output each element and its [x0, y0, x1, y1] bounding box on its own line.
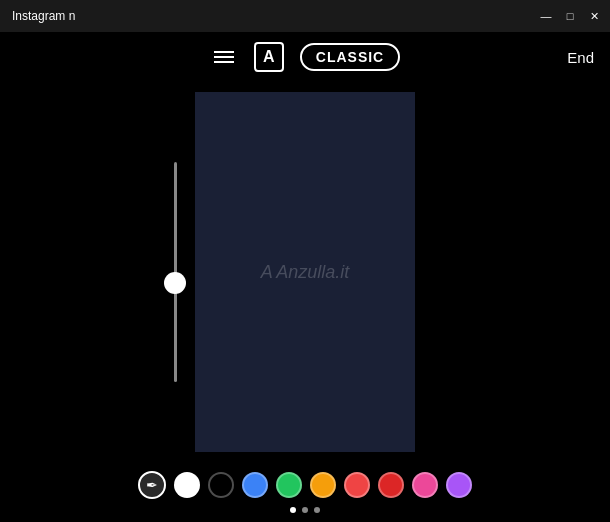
pagination-dots: [290, 507, 320, 513]
pagination-dot-2: [302, 507, 308, 513]
color-swatch-white[interactable]: [174, 472, 200, 498]
eyedropper-icon: ✒: [146, 477, 158, 493]
minimize-button[interactable]: —: [538, 8, 554, 24]
end-button[interactable]: End: [567, 49, 594, 66]
color-swatch-red[interactable]: [378, 472, 404, 498]
menu-line-2: [214, 56, 234, 58]
story-frame[interactable]: A Anzulla.it: [195, 92, 415, 452]
color-swatch-yellow[interactable]: [310, 472, 336, 498]
pagination-dot-3: [314, 507, 320, 513]
slider-container[interactable]: [165, 82, 185, 462]
color-swatch-purple[interactable]: [446, 472, 472, 498]
eyedropper-button[interactable]: ✒: [138, 471, 166, 499]
close-button[interactable]: ✕: [586, 8, 602, 24]
slider-track: [174, 162, 177, 382]
bottom-bar: ✒: [0, 462, 610, 522]
title-bar: Instagram n — □ ✕: [0, 0, 610, 32]
color-swatch-orange-red[interactable]: [344, 472, 370, 498]
window-controls: — □ ✕: [538, 8, 602, 24]
color-palette: ✒: [138, 471, 472, 499]
app-title: Instagram n: [8, 9, 75, 23]
color-swatch-blue[interactable]: [242, 472, 268, 498]
color-swatch-pink[interactable]: [412, 472, 438, 498]
menu-icon[interactable]: [210, 47, 238, 67]
classic-mode-button[interactable]: CLASSIC: [300, 43, 400, 71]
menu-line-3: [214, 61, 234, 63]
slider-thumb[interactable]: [164, 272, 186, 294]
watermark-text: A Anzulla.it: [261, 262, 350, 283]
pagination-dot-1: [290, 507, 296, 513]
toolbar: A CLASSIC End: [0, 32, 610, 82]
color-swatch-green[interactable]: [276, 472, 302, 498]
font-style-button[interactable]: A: [254, 42, 284, 72]
menu-line-1: [214, 51, 234, 53]
canvas-area: A Anzulla.it: [0, 82, 610, 462]
maximize-button[interactable]: □: [562, 8, 578, 24]
color-swatch-black[interactable]: [208, 472, 234, 498]
